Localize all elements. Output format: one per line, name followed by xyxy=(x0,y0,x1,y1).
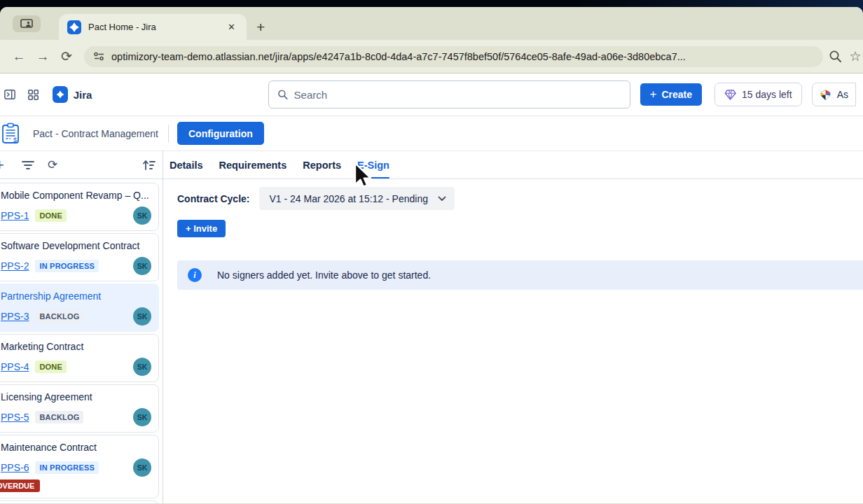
site-settings-icon[interactable] xyxy=(94,52,104,61)
add-issue-icon[interactable]: + xyxy=(0,156,9,174)
issue-key-link[interactable]: PPS-2 xyxy=(1,260,29,272)
screen-user-icon xyxy=(20,19,33,29)
colorful-app-icon xyxy=(820,89,831,101)
svg-text:$: $ xyxy=(13,136,17,144)
search-icon xyxy=(277,89,288,100)
refresh-icon[interactable]: ⟳ xyxy=(48,158,57,172)
list-item[interactable]: Licensing Agreement PPS-5 BACKLOG SK xyxy=(0,384,159,433)
search-input[interactable] xyxy=(294,89,621,101)
list-item-selected[interactable]: Partnership Agreement PPS-3 BACKLOG SK xyxy=(0,284,159,332)
tab-reports[interactable]: Reports xyxy=(303,151,341,178)
main-panel: Details Requirements Reports E-Sign Cont… xyxy=(163,151,863,503)
invite-button[interactable]: + Invite xyxy=(177,220,226,237)
issue-key-link[interactable]: PPS-3 xyxy=(1,311,29,322)
browser-profile-button[interactable] xyxy=(13,15,41,32)
contract-cycle-label: Contract Cycle: xyxy=(177,193,249,204)
apps-button-truncated[interactable]: As xyxy=(812,83,856,106)
issue-key-link[interactable]: PPS-5 xyxy=(1,412,29,423)
issue-list-sidebar: + ⟳ xyxy=(0,151,163,503)
browser-toolbar: ← → ⟳ optimizory-team-demo.atlassian.net… xyxy=(0,40,863,74)
plus-icon: + xyxy=(650,88,657,102)
global-search[interactable] xyxy=(268,80,630,108)
browser-tab-title: Pact Home - Jira xyxy=(88,22,225,32)
tab-close-icon[interactable]: ✕ xyxy=(225,20,238,34)
jira-app-name: Jira xyxy=(74,89,92,101)
avatar[interactable]: SK xyxy=(133,206,151,225)
issue-key-link[interactable]: PPS-1 xyxy=(1,210,29,221)
list-item[interactable]: Consulting Services Contract PPS-7 BACKL… xyxy=(0,500,159,503)
sort-icon[interactable] xyxy=(143,160,156,171)
status-badge: BACKLOG xyxy=(35,411,83,424)
bookmark-star-icon[interactable]: ☆ xyxy=(849,48,862,64)
forward-icon[interactable]: → xyxy=(31,49,55,64)
project-title: Pact - Contract Management xyxy=(33,128,158,139)
avatar[interactable]: SK xyxy=(133,257,151,275)
app-switcher-icon[interactable] xyxy=(28,89,39,101)
avatar[interactable]: SK xyxy=(133,408,151,426)
list-item[interactable]: Mobile Component Revamp – Q... PPS-1 DON… xyxy=(0,183,159,231)
sidebar-toolbar: + ⟳ xyxy=(0,151,163,179)
address-bar[interactable]: optimizory-team-demo.atlassian.net/jira/… xyxy=(84,46,823,67)
gem-icon xyxy=(724,90,736,100)
chevron-down-icon xyxy=(438,196,446,202)
info-icon: i xyxy=(188,268,202,282)
browser-window: Pact Home - Jira ✕ + ← → ⟳ optimizory-te… xyxy=(0,7,863,504)
issue-tabs: Details Requirements Reports E-Sign xyxy=(163,151,863,179)
filter-icon[interactable] xyxy=(22,160,34,170)
overdue-badge: OVERDUE xyxy=(0,479,40,492)
issue-card-list: Mobile Component Revamp – Q... PPS-1 DON… xyxy=(0,179,163,503)
list-item[interactable]: Maintenance Contract PPS-6 IN PROGRESS S… xyxy=(0,435,159,498)
zoom-icon[interactable] xyxy=(829,50,842,63)
avatar[interactable]: SK xyxy=(133,307,151,326)
project-header: $ Pact - Contract Management Configurati… xyxy=(0,116,863,151)
status-badge: DONE xyxy=(35,360,67,373)
jira-logo-icon[interactable] xyxy=(53,86,67,103)
divider xyxy=(168,125,169,143)
browser-tab-strip: Pact Home - Jira ✕ + xyxy=(0,7,863,40)
back-icon[interactable]: ← xyxy=(7,49,31,64)
url-text: optimizory-team-demo.atlassian.net/jira/… xyxy=(111,51,686,62)
issue-key-link[interactable]: PPS-4 xyxy=(1,361,29,372)
create-button[interactable]: + Create xyxy=(640,83,703,106)
info-banner: i No signers added yet. Invite above to … xyxy=(177,260,863,290)
sidebar-toggle-icon[interactable] xyxy=(4,89,15,100)
trial-days-left-label: 15 days left xyxy=(742,89,792,100)
configuration-button[interactable]: Configuration xyxy=(177,122,264,145)
empty-state-message: No signers added yet. Invite above to ge… xyxy=(217,270,431,281)
list-item[interactable]: Marketing Contract PPS-4 DONE SK xyxy=(0,334,159,382)
apps-button-label: As xyxy=(837,89,848,100)
jira-page: Jira + Create 15 days left xyxy=(0,74,863,503)
list-item[interactable]: Software Development Contract PPS-2 IN P… xyxy=(0,233,159,281)
status-badge: IN PROGRESS xyxy=(35,260,99,272)
trial-days-left-button[interactable]: 15 days left xyxy=(714,83,802,106)
contract-cycle-select[interactable]: V1 - 24 Mar 2026 at 15:12 - Pending xyxy=(259,187,454,210)
status-badge: DONE xyxy=(35,209,67,222)
jira-top-nav: Jira + Create 15 days left xyxy=(0,74,863,116)
pact-clipboard-icon: $ xyxy=(1,122,20,145)
status-badge: IN PROGRESS xyxy=(35,461,99,474)
tab-esign[interactable]: E-Sign xyxy=(357,151,389,178)
reload-icon[interactable]: ⟳ xyxy=(55,48,78,64)
browser-tab[interactable]: Pact Home - Jira ✕ xyxy=(59,14,247,40)
avatar[interactable]: SK xyxy=(133,358,151,376)
status-badge: BACKLOG xyxy=(35,310,83,323)
tab-requirements[interactable]: Requirements xyxy=(219,151,287,178)
new-tab-icon[interactable]: + xyxy=(256,20,265,34)
issue-key-link[interactable]: PPS-6 xyxy=(1,462,29,473)
jira-favicon xyxy=(67,20,81,34)
avatar[interactable]: SK xyxy=(133,458,151,477)
tab-details[interactable]: Details xyxy=(170,151,203,178)
